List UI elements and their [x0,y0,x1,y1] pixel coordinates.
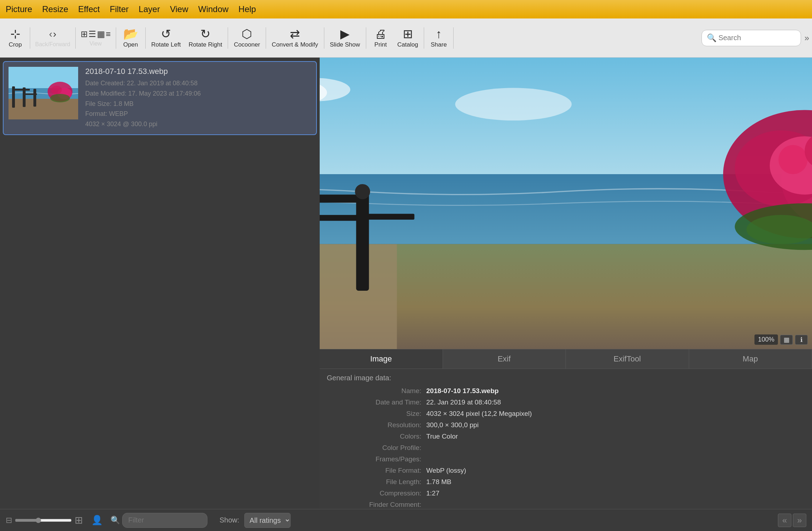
convert-modify-button[interactable]: ⇄ Convert & Modify [268,26,321,50]
thumbnail-image [9,67,78,119]
separator-6 [266,27,266,49]
svg-rect-2 [9,99,78,119]
svg-rect-29 [356,214,415,220]
preview-area: 100% ▦ ℹ [320,58,812,349]
search-icon: 🔍 [707,33,716,43]
compression-label: Compression: [327,489,426,497]
rotate-right-icon: ↻ [200,28,210,40]
info-row-resolution: Resolution: 300,0 × 300,0 ppi [327,421,805,429]
convert-modify-label: Convert & Modify [272,41,318,48]
format: Format: WEBP [85,109,311,119]
info-row-file-length: File Length: 1.78 MB [327,478,805,486]
crop-icon: ⊹ [10,28,20,40]
file-meta: Date Created: 22. Jan 2019 at 08:40:58 D… [85,78,311,129]
separator-10 [453,27,454,49]
separator-9 [424,27,424,49]
cocooner-button[interactable]: ⬡ Cocooner [230,26,264,50]
catalog-button[interactable]: ⊞ Catalog [394,26,422,50]
thumbnail-large-icon: ⊞ [75,514,83,526]
tab-map[interactable]: Map [689,349,812,369]
details-icon: ≡ [106,29,111,39]
name-label: Name: [327,387,426,395]
datetime-label: Date and Time: [327,398,426,406]
back-forward-label: Back/Forward [35,41,70,48]
rotate-left-button[interactable]: ↺ Rotate Left [148,26,184,50]
color-profile-label: Color Profile: [327,444,426,452]
tab-exif[interactable]: Exif [443,349,566,369]
menu-view[interactable]: View [170,4,188,14]
filmstrip-icon: ▦ [97,29,105,39]
open-button[interactable]: 📂 Open [118,26,143,50]
file-item[interactable]: 2018-07-10 17.53.webp Date Created: 22. … [3,61,317,135]
filter-icon: 🔍 [110,516,120,525]
separator-5 [228,27,228,49]
info-panel: Image Exif ExifTool Map General image da… [320,349,812,509]
resolution-value: 300,0 × 300,0 ppi [426,421,805,429]
menu-help[interactable]: Help [238,4,256,14]
size-label: Size: [327,410,426,418]
view-button[interactable]: ⊞ ☰ ▦ ≡ View [78,27,114,49]
svg-rect-6 [33,89,36,107]
separator-2 [75,27,76,49]
toolbar-expand-button[interactable]: » [805,33,809,43]
datetime-value: 22. Jan 2019 at 08:40:58 [426,398,805,406]
print-button[interactable]: 🖨 Print [368,26,393,50]
rotate-right-button[interactable]: ↻ Rotate Right [185,26,226,50]
svg-point-11 [50,94,70,102]
thumbnail-size-slider[interactable] [15,517,72,523]
menu-resize[interactable]: Resize [42,4,68,14]
svg-rect-4 [12,89,30,91]
search-input[interactable] [719,34,775,42]
svg-rect-5 [23,87,26,107]
view-label: View [90,41,102,47]
menu-effect[interactable]: Effect [78,4,100,14]
date-modified: Date Modified: 17. May 2023 at 17:49:06 [85,88,311,99]
crop-button[interactable]: ⊹ Crop [3,26,28,50]
compression-value: 1:27 [426,489,805,497]
menu-layer[interactable]: Layer [139,4,160,14]
search-area[interactable]: 🔍 [702,30,801,46]
main-area: 2018-07-10 17.53.webp Date Created: 22. … [0,58,812,509]
nav-next-button[interactable]: » [793,514,806,527]
thumbnail-small-icon: ⊟ [6,516,12,525]
separator-7 [324,27,324,49]
histogram-button[interactable]: ▦ [780,335,793,345]
tab-image[interactable]: Image [320,349,443,369]
ratings-select[interactable]: All ratings 1 star 2 stars 3 stars 4 sta… [244,513,291,528]
name-value: 2018-07-10 17.53.webp [426,387,805,395]
catalog-icon: ⊞ [403,28,413,40]
thumbnail-slider-container [15,517,72,523]
info-button[interactable]: ℹ [795,335,808,345]
slide-show-button[interactable]: ▶ Slide Show [326,26,364,50]
tab-exiftool[interactable]: ExifTool [566,349,689,369]
svg-point-28 [355,184,370,199]
info-row-name: Name: 2018-07-10 17.53.webp [327,387,805,395]
filter-input[interactable] [122,513,207,528]
info-section-title: General image data: [327,374,805,382]
svg-point-35 [779,145,808,174]
dimensions: 4032 × 3024 @ 300.0 ppi [85,119,311,129]
open-label: Open [123,41,138,48]
info-row-frames: Frames/Pages: [327,455,805,463]
menu-filter[interactable]: Filter [110,4,129,14]
face-detection-button[interactable]: 👤 [91,515,103,526]
separator-3 [116,27,116,49]
info-row-color-profile: Color Profile: [327,444,805,452]
file-info: 2018-07-10 17.53.webp Date Created: 22. … [85,67,311,129]
back-forward-button[interactable]: ‹ › Back/Forward [32,26,73,50]
menu-picture[interactable]: Picture [6,4,32,14]
share-button[interactable]: ↑ Share [426,26,451,50]
menu-window[interactable]: Window [198,4,228,14]
convert-modify-icon: ⇄ [290,28,300,40]
file-size: File Size: 1.8 MB [85,99,311,109]
list-icon: ☰ [88,29,96,39]
nav-prev-button[interactable]: « [778,514,791,527]
bottom-bar: ⊟ ⊞ 👤 🔍 Show: All ratings 1 star 2 stars… [0,509,812,531]
share-label: Share [431,41,446,48]
file-format-label: File Format: [327,467,426,474]
info-row-file-format: File Format: WebP (lossy) [327,467,805,474]
cocooner-label: Cocooner [234,41,260,48]
size-value: 4032 × 3024 pixel (12,2 Megapixel) [426,410,805,418]
rotate-left-label: Rotate Left [151,41,181,48]
frames-value [426,455,805,463]
